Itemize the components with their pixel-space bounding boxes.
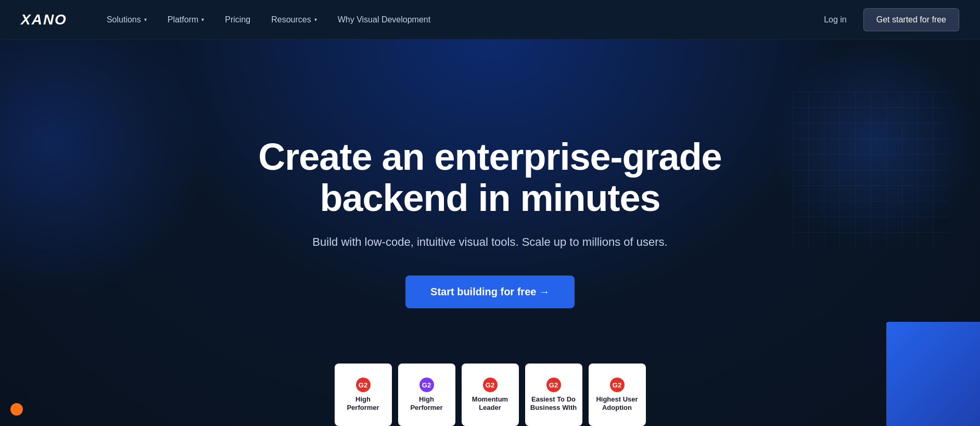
decorative-orange-dot [10,403,23,416]
decorative-grid [793,92,949,248]
badge-title-4: Easiest To Do Business With [530,395,577,411]
badge-momentum-leader: G2 Momentum Leader [462,364,519,426]
hero-cta-button[interactable]: Start building for free → [405,275,575,308]
hero-subtitle: Build with low-code, intuitive visual to… [256,233,724,250]
badge-highest-user-adoption: G2 Highest User Adoption [589,364,646,426]
badge-high-performer-1: G2 High Performer [335,364,392,426]
badge-title-1: High Performer [340,395,387,411]
badge-title-5: Highest User Adoption [594,395,641,411]
logo[interactable]: XANO [21,11,98,28]
g2-logo-2: G2 [419,378,434,392]
nav-links: Solutions ▾ Platform ▾ Pricing Resources… [98,11,816,29]
nav-pricing[interactable]: Pricing [217,11,259,29]
hero-content: Create an enterprise-grade backend in mi… [256,136,724,340]
g2-logo-4: G2 [546,378,561,392]
logo-text: XANO [21,11,67,28]
badge-high-performer-2: G2 High Performer [398,364,455,426]
badge-title-3: Momentum Leader [467,395,514,411]
nav-platform[interactable]: Platform ▾ [159,11,213,29]
hero-title: Create an enterprise-grade backend in mi… [256,136,724,219]
decorative-blue-block [886,322,980,426]
g2-logo-3: G2 [483,378,498,392]
navbar: XANO Solutions ▾ Platform ▾ Pricing Reso… [0,0,980,40]
g2-logo-5: G2 [610,378,625,392]
badges-row: G2 High Performer G2 High Performer G2 M… [335,364,646,426]
login-button[interactable]: Log in [816,11,855,29]
hero-section: Create an enterprise-grade backend in mi… [0,40,980,426]
chevron-down-icon: ▾ [144,17,147,22]
badge-title-2: High Performer [403,395,450,411]
nav-why-visual-dev[interactable]: Why Visual Development [329,11,439,29]
nav-resources[interactable]: Resources ▾ [263,11,325,29]
g2-logo-1: G2 [356,378,371,392]
nav-solutions[interactable]: Solutions ▾ [98,11,155,29]
badge-easiest-to-do: G2 Easiest To Do Business With [525,364,582,426]
chevron-down-icon: ▾ [201,17,204,22]
get-started-button[interactable]: Get started for free [863,8,959,31]
chevron-down-icon: ▾ [314,17,317,22]
nav-actions: Log in Get started for free [816,8,959,31]
